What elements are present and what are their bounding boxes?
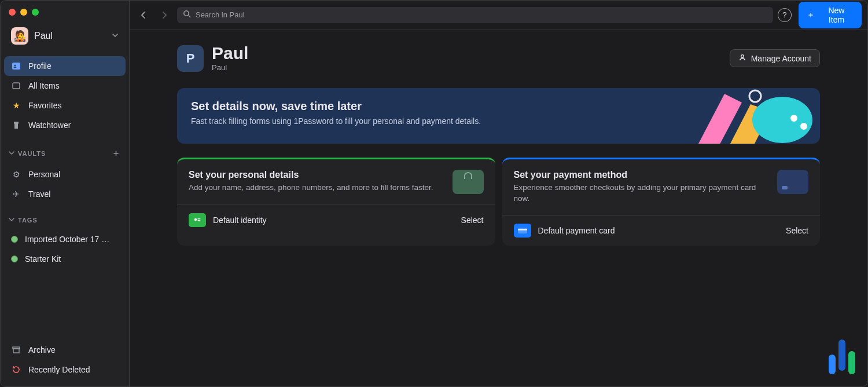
app-logo	[829, 339, 855, 374]
sidebar-item-all-items[interactable]: All Items	[4, 76, 126, 96]
person-icon	[738, 53, 746, 63]
back-button[interactable]	[135, 7, 152, 23]
archive-icon	[11, 345, 21, 355]
section-label: VAULTS	[18, 150, 46, 157]
add-vault-button[interactable]: ＋	[112, 148, 121, 159]
card-personal-details: Set your personal details Add your name,…	[177, 158, 495, 246]
svg-point-6	[184, 10, 189, 15]
manage-account-button[interactable]: Manage Account	[730, 49, 820, 67]
svg-point-12	[194, 218, 197, 221]
help-button[interactable]: ?	[778, 8, 792, 22]
sidebar-item-profile[interactable]: Profile	[4, 56, 126, 76]
svg-rect-14	[198, 220, 201, 221]
select-button[interactable]: Select	[786, 226, 808, 235]
card-footer-label: Default payment card	[538, 226, 615, 235]
vaults-section-header[interactable]: VAULTS ＋	[1, 137, 129, 162]
svg-point-7	[741, 55, 744, 58]
chevron-down-icon	[112, 31, 119, 41]
card-payment-footer[interactable]: Default payment card Select	[502, 215, 821, 246]
svg-point-11	[749, 90, 761, 102]
card-footer-label: Default identity	[213, 216, 267, 225]
select-button[interactable]: Select	[461, 216, 484, 225]
wallet-icon	[453, 170, 484, 194]
account-avatar: 🧑‍🎤	[11, 27, 28, 45]
sidebar-item-label: All Items	[28, 81, 60, 90]
window-controls	[1, 6, 129, 24]
sidebar-item-label: Recently Deleted	[28, 365, 90, 374]
sidebar-item-watchtower[interactable]: Watchtower	[4, 115, 126, 135]
plus-icon: ＋	[807, 10, 815, 20]
new-item-button[interactable]: ＋ New Item	[799, 2, 862, 28]
onboarding-banner: Set details now, save time later Fast tr…	[177, 88, 820, 144]
identity-icon	[189, 213, 206, 227]
vault-icon: ✈	[11, 189, 21, 199]
toolbar: ? ＋ New Item	[130, 1, 867, 30]
tag-item-starter-kit[interactable]: Starter Kit	[4, 249, 126, 269]
tags-section-header[interactable]: TAGS	[1, 206, 129, 227]
all-items-icon	[11, 81, 21, 90]
profile-title: Paul	[212, 45, 248, 62]
svg-rect-13	[198, 218, 201, 219]
chevron-down-icon	[9, 150, 14, 157]
cards-row: Set your personal details Add your name,…	[177, 158, 820, 246]
minimize-window-button[interactable]	[20, 9, 27, 16]
svg-point-9	[790, 115, 797, 122]
sidebar-item-label: Favorites	[28, 101, 62, 110]
recently-deleted-icon	[11, 365, 21, 374]
svg-rect-0	[12, 63, 20, 70]
vaults-list: ⚙ Personal ✈ Travel	[1, 162, 129, 206]
credit-card-icon	[777, 170, 808, 194]
tags-list: Imported October 17 2… Starter Kit	[1, 227, 129, 271]
card-body-text: Experience smoother checkouts by adding …	[514, 182, 770, 205]
search-input[interactable]	[196, 10, 767, 19]
sidebar-item-label: Profile	[28, 61, 52, 71]
sidebar-item-label: Archive	[28, 345, 56, 355]
vault-item-travel[interactable]: ✈ Travel	[4, 184, 126, 204]
tag-label: Starter Kit	[25, 254, 61, 264]
vault-label: Travel	[28, 189, 50, 199]
svg-point-1	[14, 64, 16, 66]
sidebar-item-favorites[interactable]: ★ Favorites	[4, 96, 126, 115]
profile-icon	[11, 61, 21, 71]
close-window-button[interactable]	[9, 9, 16, 16]
search-field[interactable]	[177, 7, 773, 23]
forward-button[interactable]	[156, 7, 172, 23]
card-title: Set your payment method	[514, 170, 770, 180]
maximize-window-button[interactable]	[32, 9, 39, 16]
tag-label: Imported October 17 2…	[25, 235, 112, 244]
svg-rect-2	[14, 67, 17, 68]
tag-item-imported[interactable]: Imported October 17 2…	[4, 229, 126, 249]
sidebar-item-recently-deleted[interactable]: Recently Deleted	[4, 360, 126, 379]
svg-point-8	[752, 97, 812, 143]
sidebar: 🧑‍🎤 Paul Profile All Items ★ Favo	[1, 1, 130, 386]
chevron-down-icon	[9, 217, 14, 224]
profile-subtitle: Paul	[212, 63, 248, 72]
card-payment-method: Set your payment method Experience smoot…	[502, 158, 821, 246]
card-title: Set your personal details	[189, 170, 444, 180]
account-switcher[interactable]: 🧑‍🎤 Paul	[4, 24, 126, 48]
sidebar-item-archive[interactable]: Archive	[4, 340, 126, 360]
search-icon	[183, 10, 191, 20]
card-body-text: Add your name, address, phone numbers, a…	[189, 182, 444, 194]
svg-rect-15	[518, 228, 527, 233]
svg-rect-16	[518, 229, 527, 230]
watchtower-icon	[11, 121, 21, 130]
card-personal-footer[interactable]: Default identity Select	[177, 205, 495, 235]
account-name: Paul	[34, 31, 53, 41]
manage-account-label: Manage Account	[751, 54, 811, 63]
sidebar-bottom-nav: Archive Recently Deleted	[1, 338, 129, 386]
profile-avatar: P	[177, 45, 204, 72]
sidebar-item-label: Watchtower	[28, 121, 71, 130]
new-item-label: New Item	[819, 6, 854, 24]
star-icon: ★	[11, 101, 21, 110]
profile-header: P Paul Paul Manage Account	[177, 45, 820, 72]
svg-rect-3	[13, 83, 20, 89]
vault-label: Personal	[28, 170, 60, 179]
vault-icon: ⚙	[11, 170, 21, 179]
svg-rect-5	[13, 349, 19, 353]
tag-color-dot	[11, 236, 18, 243]
primary-nav: Profile All Items ★ Favorites Watchtower	[1, 54, 129, 137]
vault-item-personal[interactable]: ⚙ Personal	[4, 165, 126, 184]
svg-point-10	[800, 123, 807, 130]
section-label: TAGS	[18, 217, 38, 224]
